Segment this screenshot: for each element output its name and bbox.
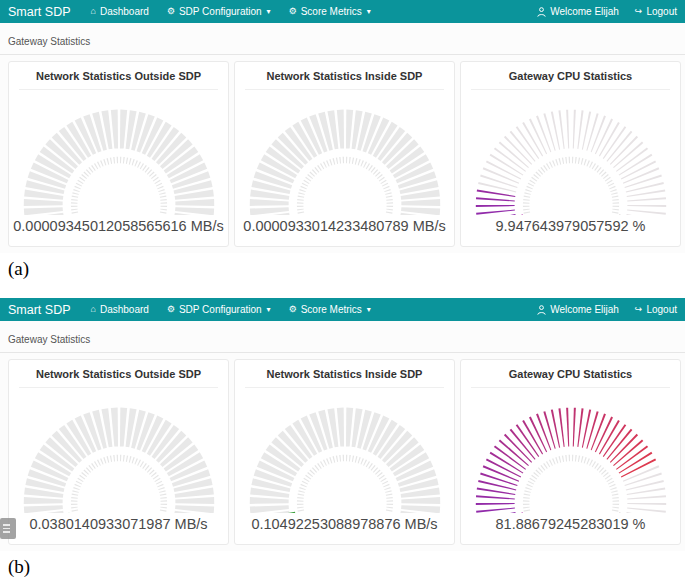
nav-welcome-user[interactable]: Welcome Elijah (537, 304, 619, 315)
nav-welcome-user[interactable]: Welcome Elijah (537, 6, 619, 17)
gear-icon: ⚙ (289, 305, 297, 314)
panel-gateway-cpu: Gateway CPU Statistics 9.947643979057592… (460, 61, 681, 247)
chevron-down-icon: ▾ (267, 7, 271, 16)
chevron-down-icon: ▾ (267, 305, 271, 314)
panel-title: Network Statistics Outside SDP (19, 62, 218, 90)
gauge-value: 0.0380140933071987 MB/s (9, 513, 228, 540)
gear-icon: ⚙ (167, 7, 175, 16)
panel-network-outside: Network Statistics Outside SDP 0.0000934… (8, 61, 229, 247)
screenshot-a: Smart SDP ⌂ Dashboard ⚙ SDP Configuratio… (0, 0, 685, 286)
nav-label: SDP Configuration (179, 304, 262, 315)
panel-title: Network Statistics Inside SDP (245, 62, 444, 90)
panel-title: Gateway CPU Statistics (471, 360, 670, 388)
panel-title: Gateway CPU Statistics (471, 62, 670, 90)
nav-logout[interactable]: ↪ Logout (635, 6, 677, 17)
panel-network-inside: Network Statistics Inside SDP 0.00009330… (234, 61, 455, 247)
main-nav: ⌂ Dashboard ⚙ SDP Configuration ▾ ⚙ Scor… (91, 6, 389, 17)
gauge-value: 0.0000933014233480789 MB/s (235, 215, 454, 242)
gauge-value: 0.10492253088978876 MB/s (235, 513, 454, 540)
gauge-value: 9.947643979057592 % (461, 215, 680, 242)
dashboard-content: Gateway Statistics Network Statistics Ou… (0, 321, 685, 551)
panel-title: Network Statistics Outside SDP (19, 360, 218, 388)
person-icon (537, 7, 546, 17)
gear-icon: ⚙ (167, 305, 175, 314)
chevron-down-icon: ▾ (367, 7, 371, 16)
network-inside-gauge (242, 391, 448, 513)
nav-label: Score Metrics (301, 6, 362, 17)
welcome-label: Welcome Elijah (550, 6, 619, 17)
main-nav: ⌂ Dashboard ⚙ SDP Configuration ▾ ⚙ Scor… (91, 304, 389, 315)
nav-score-metrics[interactable]: ⚙ Score Metrics ▾ (289, 304, 371, 315)
network-inside-gauge (242, 93, 448, 215)
brand[interactable]: Smart SDP (8, 5, 71, 19)
nav-sdp-configuration[interactable]: ⚙ SDP Configuration ▾ (167, 6, 271, 17)
sidebar-toggle-widget[interactable] (0, 518, 16, 539)
gauge-value: 0.00009345012058565616 MB/s (9, 215, 228, 242)
navbar: Smart SDP ⌂ Dashboard ⚙ SDP Configuratio… (0, 298, 685, 321)
page-title: Gateway Statistics (0, 321, 685, 352)
home-icon: ⌂ (91, 305, 96, 314)
nav-dashboard[interactable]: ⌂ Dashboard (91, 6, 149, 17)
nav-right: Welcome Elijah ↪ Logout (537, 6, 677, 17)
welcome-label: Welcome Elijah (550, 304, 619, 315)
panel-network-inside: Network Statistics Inside SDP 0.10492253… (234, 359, 455, 545)
nav-label: Score Metrics (301, 304, 362, 315)
network-outside-gauge (16, 93, 222, 215)
gauge-cards-row: Network Statistics Outside SDP 0.0380140… (0, 353, 685, 545)
nav-label: SDP Configuration (179, 6, 262, 17)
dashboard-content: Gateway Statistics Network Statistics Ou… (0, 23, 685, 253)
network-outside-gauge (16, 391, 222, 513)
chevron-down-icon: ▾ (367, 305, 371, 314)
screenshot-b: Smart SDP ⌂ Dashboard ⚙ SDP Configuratio… (0, 298, 685, 584)
logout-icon: ↪ (635, 305, 643, 314)
nav-label: Dashboard (100, 6, 149, 17)
panel-title: Network Statistics Inside SDP (245, 360, 444, 388)
page-title: Gateway Statistics (0, 23, 685, 54)
home-icon: ⌂ (91, 7, 96, 16)
nav-label: Dashboard (100, 304, 149, 315)
figure-label-a: (a) (0, 253, 685, 286)
nav-score-metrics[interactable]: ⚙ Score Metrics ▾ (289, 6, 371, 17)
cpu-gauge (468, 391, 674, 513)
cpu-gauge (468, 93, 674, 215)
nav-dashboard[interactable]: ⌂ Dashboard (91, 304, 149, 315)
panel-gateway-cpu: Gateway CPU Statistics 81.88679245283019… (460, 359, 681, 545)
nav-logout[interactable]: ↪ Logout (635, 304, 677, 315)
gauge-cards-row: Network Statistics Outside SDP 0.0000934… (0, 55, 685, 247)
logout-label: Logout (646, 6, 677, 17)
person-icon (537, 305, 546, 315)
figure-label-b: (b) (0, 551, 685, 584)
brand[interactable]: Smart SDP (8, 303, 71, 317)
logout-icon: ↪ (635, 7, 643, 16)
gear-icon: ⚙ (289, 7, 297, 16)
figure-page: Smart SDP ⌂ Dashboard ⚙ SDP Configuratio… (0, 0, 685, 584)
navbar: Smart SDP ⌂ Dashboard ⚙ SDP Configuratio… (0, 0, 685, 23)
gauge-value: 81.88679245283019 % (461, 513, 680, 540)
nav-sdp-configuration[interactable]: ⚙ SDP Configuration ▾ (167, 304, 271, 315)
panel-network-outside: Network Statistics Outside SDP 0.0380140… (8, 359, 229, 545)
nav-right: Welcome Elijah ↪ Logout (537, 304, 677, 315)
logout-label: Logout (646, 304, 677, 315)
